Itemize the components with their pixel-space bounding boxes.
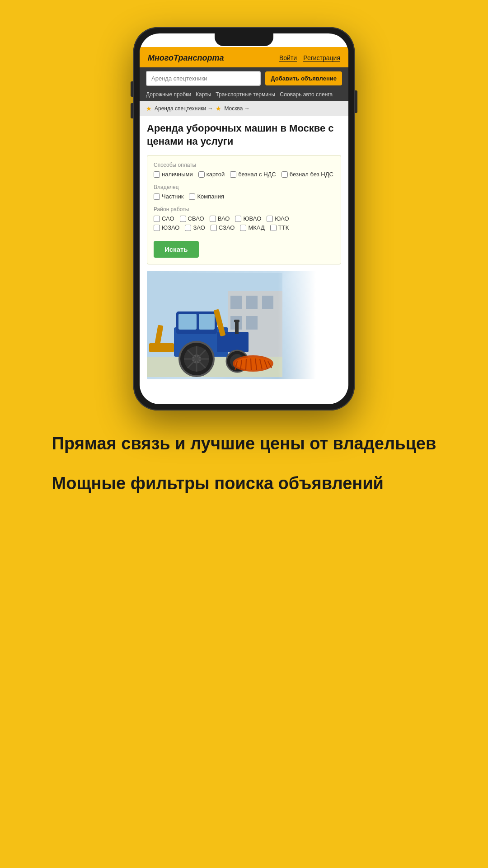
breadcrumb-item-1: Аренда спецтехники → — [155, 105, 213, 112]
volume-up-button — [131, 81, 133, 97]
nav-link-terms[interactable]: Транспортные термины — [216, 91, 275, 98]
payment-cash[interactable]: наличными — [154, 171, 193, 178]
district-szao[interactable]: СЗАО — [211, 224, 235, 231]
page-content: Аренда уборочных машин в Москве с ценами… — [140, 116, 348, 386]
page-title: Аренда уборочных машин в Москве с ценами… — [147, 122, 341, 148]
checkbox-mkad[interactable] — [240, 225, 246, 231]
checkbox-vao[interactable] — [210, 216, 216, 222]
search-input[interactable] — [146, 71, 261, 86]
site-header: МногоТранспорта Войти Регистрация — [140, 47, 348, 67]
tractor-image — [147, 271, 341, 379]
district-ttk[interactable]: ТТК — [270, 224, 289, 231]
svg-rect-6 — [246, 316, 258, 330]
nav-link-maps[interactable]: Карты — [196, 91, 211, 98]
checkbox-private[interactable] — [154, 193, 160, 200]
tractor-overlay — [278, 271, 341, 379]
district-vao[interactable]: ВАО — [210, 215, 230, 222]
checkbox-yuvao[interactable] — [235, 216, 241, 222]
breadcrumb-star-2: ★ — [216, 105, 221, 112]
district-label: Район работы — [154, 206, 334, 212]
auth-links: Войти Регистрация — [279, 54, 340, 62]
district-svao[interactable]: СВАО — [180, 215, 204, 222]
owner-options: Частник Компания — [154, 193, 334, 200]
login-link[interactable]: Войти — [279, 54, 297, 62]
district-options-row2: ЮЗАО ЗАО СЗАО — [154, 224, 334, 231]
payment-no-nds[interactable]: безнал без НДС — [282, 171, 333, 178]
navbar: Добавить объявление Дорожные пробки Карт… — [140, 67, 348, 101]
svg-rect-10 — [235, 321, 239, 334]
payment-card[interactable]: картой — [198, 171, 225, 178]
site-logo: МногоТранспорта — [148, 53, 224, 63]
bottom-section: Прямая связь и лучшие цены от владельцев… — [16, 410, 473, 530]
district-yuvao[interactable]: ЮВАО — [235, 215, 261, 222]
district-filter-section: Район работы САО СВАО — [154, 206, 334, 231]
payment-options: наличными картой безнал с НДС — [154, 171, 334, 178]
svg-line-32 — [246, 359, 246, 370]
phone-mockup: МногоТранспорта Войти Регистрация Добави… — [133, 27, 355, 410]
district-mkad[interactable]: МКАД — [240, 224, 264, 231]
checkbox-nds[interactable] — [230, 171, 236, 178]
svg-rect-14 — [199, 314, 215, 330]
search-button[interactable]: Искать — [154, 241, 199, 258]
bottom-heading-1: Прямая связь и лучшие цены от владельцев — [52, 433, 436, 455]
register-link[interactable]: Регистрация — [303, 54, 340, 62]
checkbox-yuao[interactable] — [267, 216, 273, 222]
owner-company[interactable]: Компания — [189, 193, 224, 200]
breadcrumb-star-1: ★ — [146, 105, 152, 112]
payment-filter-section: Способы оплаты наличными картой — [154, 162, 334, 178]
checkbox-svao[interactable] — [180, 216, 186, 222]
payment-nds[interactable]: безнал с НДС — [230, 171, 276, 178]
tractor-illustration — [147, 273, 282, 377]
svg-rect-11 — [234, 320, 239, 322]
breadcrumb-item-2: Москва → — [224, 105, 249, 112]
owner-filter-section: Владелец Частник Компания — [154, 184, 334, 200]
owner-private[interactable]: Частник — [154, 193, 183, 200]
checkbox-cash[interactable] — [154, 171, 160, 178]
filter-box: Способы оплаты наличными картой — [147, 155, 341, 264]
svg-rect-2 — [230, 296, 242, 309]
add-listing-button[interactable]: Добавить объявление — [265, 71, 342, 85]
nav-links: Дорожные пробки Карты Транспортные терми… — [146, 91, 342, 98]
checkbox-szao[interactable] — [211, 225, 217, 231]
district-yuzao[interactable]: ЮЗАО — [154, 224, 179, 231]
checkbox-yuzao[interactable] — [154, 225, 160, 231]
svg-rect-17 — [149, 343, 174, 352]
svg-rect-4 — [262, 296, 273, 309]
district-sao[interactable]: САО — [154, 215, 174, 222]
volume-down-button — [131, 103, 133, 118]
checkbox-no-nds[interactable] — [282, 171, 288, 178]
nav-link-slang[interactable]: Словарь авто сленга — [280, 91, 333, 98]
svg-line-33 — [251, 359, 251, 370]
navbar-top: Добавить объявление — [146, 71, 342, 86]
owner-label: Владелец — [154, 184, 334, 190]
phone-notch — [215, 33, 273, 46]
phone-screen: МногоТранспорта Войти Регистрация Добави… — [140, 33, 348, 404]
checkbox-company[interactable] — [189, 193, 195, 200]
district-options-row1: САО СВАО ВАО — [154, 215, 334, 222]
power-button — [355, 90, 357, 113]
nav-link-traffic[interactable]: Дорожные пробки — [146, 91, 191, 98]
checkbox-ttk[interactable] — [270, 225, 277, 231]
checkbox-card[interactable] — [198, 171, 205, 178]
district-yuao[interactable]: ЮАО — [267, 215, 289, 222]
svg-rect-3 — [246, 296, 258, 309]
svg-rect-13 — [178, 314, 197, 330]
checkbox-sao[interactable] — [154, 216, 160, 222]
bottom-heading-2: Мощные фильтры поиска объявлений — [52, 473, 436, 495]
checkbox-zao[interactable] — [185, 225, 191, 231]
breadcrumb: ★ Аренда спецтехники → ★ Москва → — [140, 101, 348, 116]
district-zao[interactable]: ЗАО — [185, 224, 205, 231]
payment-label: Способы оплаты — [154, 162, 334, 168]
